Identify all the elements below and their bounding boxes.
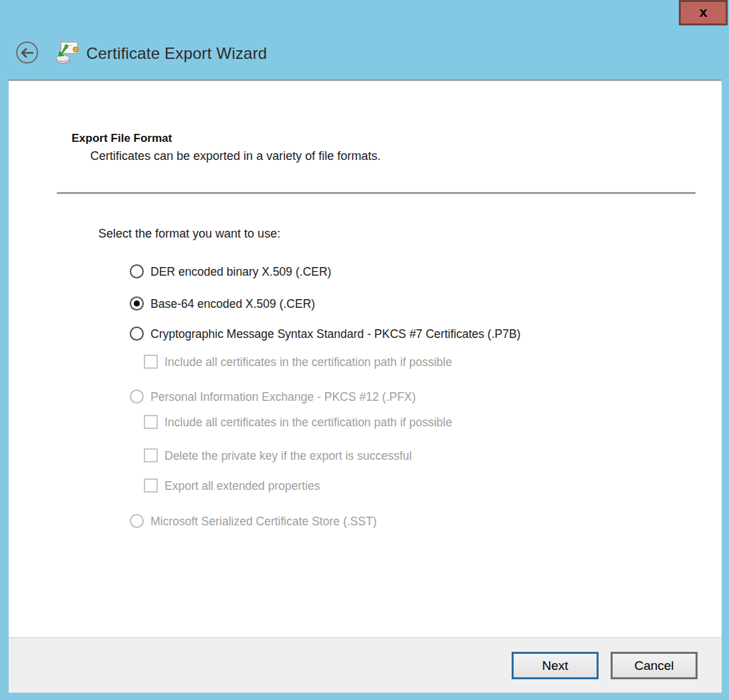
checkbox-pkcs7-include-all-certs: Include all certificates in the certific… — [144, 355, 452, 369]
checkbox-icon — [144, 355, 158, 369]
checkbox-icon — [144, 478, 158, 493]
cancel-button[interactable]: Cancel — [611, 652, 698, 679]
page-heading: Export File Format — [72, 132, 172, 145]
radio-base64-encoded[interactable]: Base-64 encoded X.509 (.CER) — [130, 296, 315, 311]
back-button[interactable] — [16, 41, 38, 64]
radio-button-icon[interactable] — [130, 264, 144, 278]
radio-label: Microsoft Serialized Certificate Store (… — [150, 514, 377, 529]
radio-pfx: Personal Information Exchange - PKCS #12… — [130, 389, 416, 404]
checkbox-label: Export all extended properties — [165, 478, 320, 493]
radio-label: DER encoded binary X.509 (.CER) — [150, 264, 331, 279]
checkbox-delete-private-key: Delete the private key if the export is … — [144, 448, 412, 463]
radio-label: Personal Information Exchange - PKCS #12… — [150, 389, 416, 404]
checkbox-label: Delete the private key if the export is … — [165, 448, 412, 463]
format-prompt-label: Select the format you want to use: — [98, 227, 280, 241]
radio-label: Base-64 encoded X.509 (.CER) — [150, 296, 315, 311]
radio-label: Cryptographic Message Syntax Standard - … — [150, 327, 520, 341]
next-button[interactable]: Next — [512, 652, 599, 679]
wizard-page: Export File Format Certificates can be e… — [9, 79, 722, 693]
radio-der-encoded[interactable]: DER encoded binary X.509 (.CER) — [130, 264, 331, 279]
radio-pkcs7[interactable]: Cryptographic Message Syntax Standard - … — [130, 327, 520, 341]
back-arrow-icon — [21, 48, 33, 58]
checkbox-label: Include all certificates in the certific… — [165, 355, 452, 369]
page-subheading: Certificates can be exported in a variet… — [90, 149, 381, 163]
radio-button-disabled-icon — [130, 514, 144, 528]
certificate-export-icon — [55, 40, 79, 66]
checkbox-icon — [144, 448, 158, 462]
window-title: Certificate Export Wizard — [86, 44, 267, 63]
checkbox-export-extended-properties: Export all extended properties — [144, 478, 320, 493]
checkbox-label: Include all certificates in the certific… — [165, 415, 452, 430]
checkbox-icon — [144, 415, 158, 429]
radio-button-disabled-icon — [130, 389, 144, 404]
button-bar: Next Cancel — [9, 637, 722, 693]
certificate-export-wizard-window: x Certificate Export Wizard Export File … — [0, 0, 729, 700]
title-bar: Certificate Export Wizard — [0, 0, 729, 79]
radio-button-icon[interactable] — [130, 327, 144, 341]
radio-button-selected-icon[interactable] — [130, 296, 144, 311]
radio-sst: Microsoft Serialized Certificate Store (… — [130, 514, 377, 529]
checkbox-pfx-include-all-certs: Include all certificates in the certific… — [144, 415, 452, 430]
section-divider — [57, 192, 696, 194]
